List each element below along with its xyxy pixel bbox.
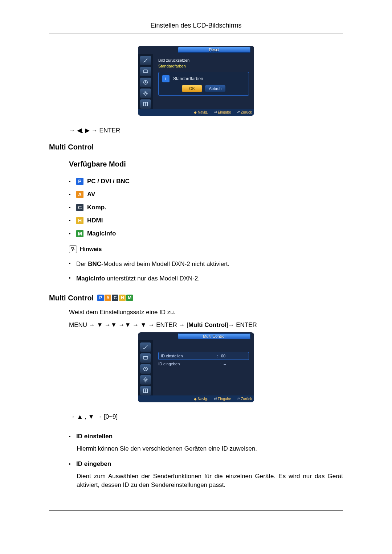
m-badge-icon: M bbox=[76, 230, 83, 237]
osd-ok-button[interactable]: OK bbox=[182, 85, 202, 92]
brush-icon bbox=[140, 342, 151, 352]
display-icon bbox=[140, 67, 151, 76]
menu-sequence: MENU → ▼ →▼ →▼ → ▼ → ENTER → [Multi Cont… bbox=[69, 321, 343, 329]
item-id-enter-label: ID eingeben bbox=[69, 457, 343, 470]
svg-point-5 bbox=[145, 379, 147, 381]
nav-sequence-2: → ▲ , ▼ → [0~9] bbox=[69, 413, 343, 420]
p-badge-icon: P bbox=[97, 295, 104, 301]
mode-row-magicinfo: MMagicInfo bbox=[69, 227, 343, 240]
heading-multi-control-2-row: Multi Control P A C H M bbox=[49, 294, 343, 302]
book-icon bbox=[140, 99, 151, 109]
a-badge-icon: A bbox=[105, 295, 111, 301]
osd-reset-panel: Reset Bild zurücksetzen Standardfarben i… bbox=[138, 46, 254, 116]
heading-multi-control-1: Multi Control bbox=[49, 143, 343, 151]
osd-confirm-dialog: i Standardfarben OK Abbrch bbox=[158, 72, 249, 96]
osd-line-2-highlight: Standardfarben bbox=[158, 63, 249, 69]
osd-line-1: Bild zurücksetzen bbox=[158, 57, 249, 63]
note-icon bbox=[69, 245, 77, 253]
page-header: Einstellen des LCD-Bildschirms bbox=[49, 22, 343, 33]
osd-dialog-label: Standardfarben bbox=[173, 76, 203, 81]
mode-badges-inline: P A C H M bbox=[97, 295, 133, 301]
clock-icon bbox=[140, 78, 151, 87]
osd-title: Reset bbox=[178, 47, 250, 53]
item-id-set-label: ID einstellen bbox=[69, 429, 343, 442]
p-badge-icon: P bbox=[76, 178, 83, 185]
heading-multi-control-2: Multi Control bbox=[49, 294, 94, 302]
note-2: MagicInfo unterstützt nur das Modell DXN… bbox=[69, 271, 343, 286]
osd2-side-icons bbox=[138, 340, 153, 395]
osd2-row-id-enter[interactable]: ID eingeben:-- bbox=[158, 360, 249, 368]
note-heading: Hinweis bbox=[69, 245, 343, 253]
mode-row-hdmi: HHDMI bbox=[69, 214, 343, 227]
book-icon bbox=[140, 386, 151, 395]
h-badge-icon: H bbox=[119, 295, 126, 301]
heading-available-modes: Verfügbare Modi bbox=[69, 160, 343, 168]
c-badge-icon: C bbox=[76, 204, 83, 211]
display-icon bbox=[140, 353, 151, 363]
mode-row-av: AAV bbox=[69, 188, 343, 201]
h-badge-icon: H bbox=[76, 217, 83, 224]
osd2-row-id-set[interactable]: ID einstellen:00 bbox=[158, 352, 249, 360]
assign-id-paragraph: Weist dem Einstellungssatz eine ID zu. bbox=[69, 308, 343, 317]
footer-rule bbox=[49, 510, 343, 511]
item-id-enter-desc: Dient zum Auswählen der Senderfunktionen… bbox=[77, 470, 343, 493]
a-badge-icon: A bbox=[76, 191, 83, 198]
nav-sequence-1: → ◀, ▶ → ENTER bbox=[69, 127, 343, 134]
svg-rect-3 bbox=[143, 357, 148, 360]
osd2-footer-hints: ◆ Navig. ⏎ Eingabe ↶ Zurück bbox=[138, 395, 254, 402]
brush-icon bbox=[140, 56, 151, 65]
mode-row-pc: PPC / DVI / BNC bbox=[69, 175, 343, 188]
note-1: Der BNC-Modus wird beim Modell DXN-2 nic… bbox=[69, 257, 343, 271]
osd-multi-control-panel: Multi Control ID einstellen:00 ID eingeb… bbox=[138, 332, 254, 402]
osd-side-icons bbox=[138, 54, 153, 109]
c-badge-icon: C bbox=[112, 295, 118, 301]
clock-icon bbox=[140, 364, 151, 374]
item-id-set-desc: Hiermit können Sie den verschiedenen Ger… bbox=[77, 442, 343, 457]
info-icon: i bbox=[162, 75, 170, 82]
note-bullets: Der BNC-Modus wird beim Modell DXN-2 nic… bbox=[69, 257, 343, 286]
osd2-title: Multi Control bbox=[178, 333, 250, 339]
mode-row-comp: CKomp. bbox=[69, 201, 343, 214]
osd-cancel-button[interactable]: Abbrch bbox=[205, 85, 225, 92]
gear-icon bbox=[140, 375, 151, 385]
gear-icon bbox=[140, 89, 151, 98]
svg-point-2 bbox=[145, 93, 147, 94]
svg-rect-0 bbox=[143, 70, 148, 73]
m-badge-icon: M bbox=[126, 295, 133, 301]
osd-footer-hints: ◆ Navig. ⏎ Eingabe ↶ Zurück bbox=[138, 109, 254, 116]
mode-list: PPC / DVI / BNC AAV CKomp. HHDMI MMagicI… bbox=[69, 175, 343, 240]
